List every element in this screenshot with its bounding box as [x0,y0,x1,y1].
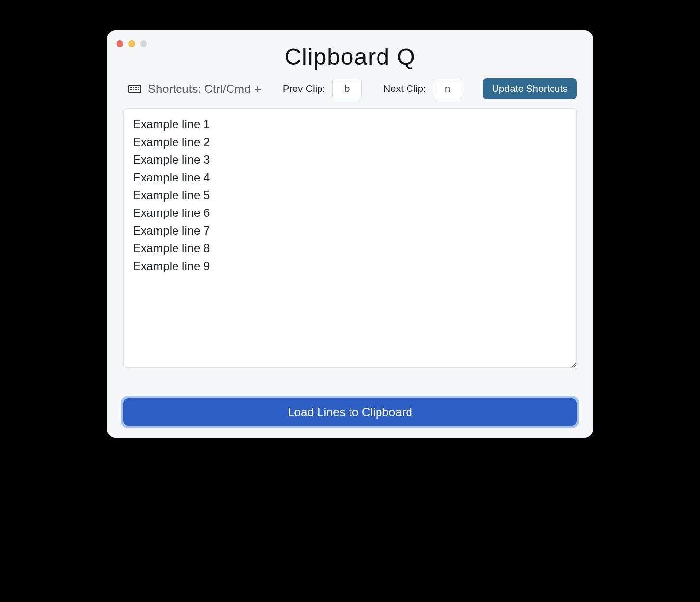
shortcuts-bar: Shortcuts: Ctrl/Cmd + Prev Clip: Next Cl… [107,78,593,108]
load-button-container: Load Lines to Clipboard [107,390,593,426]
next-clip-label: Next Clip: [383,83,426,94]
lines-textarea[interactable] [123,108,577,368]
prev-clip-label: Prev Clip: [283,83,325,94]
load-lines-button[interactable]: Load Lines to Clipboard [123,398,577,426]
next-clip-input[interactable] [433,79,462,99]
keyboard-icon [128,85,141,93]
prev-clip-input[interactable] [332,79,362,99]
textarea-container [107,108,593,390]
shortcuts-label: Shortcuts: Ctrl/Cmd + [148,82,261,96]
app-window: Clipboard Q Shortcuts: Ctrl/Cmd + Prev C… [107,30,593,438]
app-title: Clipboard Q [107,43,593,70]
update-shortcuts-button[interactable]: Update Shortcuts [483,78,577,99]
